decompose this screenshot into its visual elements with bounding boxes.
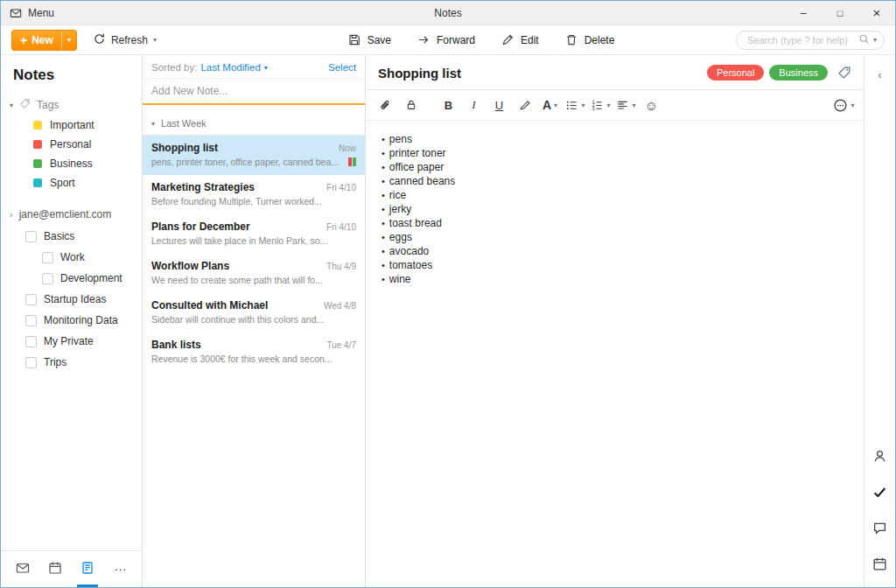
- sidebar-tag-item[interactable]: Business: [1, 154, 142, 173]
- refresh-button[interactable]: Refresh ▾: [93, 32, 157, 48]
- tags-section-header[interactable]: ▾ Tags: [1, 94, 142, 116]
- folder-list: Basics Work Development Startup: [1, 226, 142, 373]
- note-content-line: avocado: [382, 244, 848, 258]
- note-tag-pill[interactable]: Personal: [707, 65, 764, 80]
- new-button[interactable]: + New ▾: [11, 30, 77, 51]
- font-color-icon: A: [542, 98, 551, 112]
- collapse-sidebar-button[interactable]: ‹: [878, 69, 881, 80]
- minimize-button[interactable]: –: [785, 1, 822, 24]
- note-list-item[interactable]: Shopping list Now pens, printer toner, o…: [143, 136, 365, 175]
- font-color-button[interactable]: A ▾: [539, 94, 561, 116]
- sidebar: Notes ▾ Tags Important P: [1, 55, 143, 587]
- italic-button[interactable]: I: [463, 94, 485, 116]
- format-painter-button[interactable]: [514, 94, 536, 116]
- align-button[interactable]: ▾: [615, 94, 637, 116]
- note-list-item[interactable]: Consulted with Michael Wed 4/8 Sidebar w…: [143, 293, 365, 332]
- folder-checkbox[interactable]: [25, 294, 37, 305]
- note-list-item[interactable]: Bank lists Tue 4/7 Revenue is 3000€ for …: [143, 332, 365, 372]
- maximize-button[interactable]: □: [822, 1, 858, 24]
- new-dropdown-caret[interactable]: ▾: [62, 31, 76, 50]
- note-tag-pill[interactable]: Business: [769, 65, 828, 80]
- folder-checkbox[interactable]: [25, 231, 37, 242]
- note-content-line: printer toner: [382, 146, 848, 160]
- note-title: Plans for December: [151, 220, 321, 233]
- tags-list: Important Personal Business Spor: [1, 116, 142, 192]
- folder-checkbox[interactable]: [42, 273, 53, 284]
- folder-item[interactable]: Basics: [1, 226, 142, 247]
- add-new-note-input[interactable]: Add New Note...: [143, 78, 365, 105]
- underline-button[interactable]: U: [488, 94, 510, 116]
- attach-button[interactable]: [374, 94, 396, 116]
- folder-item[interactable]: Trips: [1, 352, 142, 373]
- more-options-button[interactable]: ▾: [833, 94, 855, 116]
- agenda-button[interactable]: [872, 556, 887, 575]
- dock-notes-button[interactable]: [74, 551, 101, 587]
- save-button[interactable]: Save: [348, 33, 391, 46]
- lock-button[interactable]: [400, 94, 422, 116]
- folder-item[interactable]: My Private: [1, 331, 142, 352]
- folder-checkbox[interactable]: [25, 336, 37, 347]
- folder-checkbox[interactable]: [25, 357, 37, 368]
- sort-dropdown[interactable]: Last Modified ▾: [200, 62, 267, 73]
- bold-button[interactable]: B: [438, 94, 459, 116]
- note-tag-bar: [353, 354, 356, 363]
- note-content-text: canned beans: [389, 174, 455, 188]
- select-link[interactable]: Select: [328, 62, 356, 73]
- dock-mail-button[interactable]: [10, 551, 36, 587]
- account-item[interactable]: › jane@emclient.com: [1, 203, 142, 226]
- tag-color-swatch: [33, 140, 42, 149]
- edit-button[interactable]: Edit: [501, 33, 539, 46]
- note-date: Now: [339, 144, 356, 153]
- folder-item[interactable]: Work: [1, 247, 142, 268]
- chevron-down-icon[interactable]: ▾: [873, 36, 877, 44]
- bullet-list-button[interactable]: ▾: [564, 94, 586, 116]
- note-tag-indicators: [348, 158, 356, 166]
- folder-item[interactable]: Startup Ideas: [1, 289, 142, 310]
- note-tag-indicators: [348, 315, 356, 324]
- tasks-button[interactable]: [872, 485, 887, 503]
- contacts-button[interactable]: [872, 449, 887, 467]
- folder-item[interactable]: Development: [1, 268, 142, 289]
- folder-label: Monitoring Data: [44, 314, 118, 326]
- new-button-label: New: [32, 34, 53, 46]
- tags-label: Tags: [37, 99, 59, 111]
- search-icon[interactable]: [858, 32, 870, 48]
- close-button[interactable]: ×: [858, 1, 895, 24]
- note-list-item[interactable]: Workflow Plans Thu 4/9 We need to create…: [143, 254, 365, 293]
- list-group-header[interactable]: ▾ Last Week: [143, 118, 365, 136]
- sidebar-tag-item[interactable]: Sport: [1, 173, 142, 192]
- add-tag-button[interactable]: [837, 66, 851, 80]
- note-list-item[interactable]: Plans for December Fri 4/10 Lectures wil…: [143, 214, 365, 254]
- chevron-down-icon: ▾: [151, 120, 155, 128]
- menu-button[interactable]: Menu: [1, 7, 54, 19]
- note-date: Thu 4/9: [326, 262, 356, 271]
- chat-button[interactable]: [872, 521, 887, 539]
- dock-calendar-button[interactable]: [42, 551, 68, 587]
- note-content[interactable]: pens printer toner office paper canned b…: [366, 121, 864, 587]
- delete-button[interactable]: Delete: [565, 33, 615, 46]
- note-title: Shopping list: [151, 142, 333, 154]
- note-content-line: rice: [382, 188, 848, 202]
- lock-icon: [405, 99, 417, 111]
- brush-icon: [519, 99, 531, 111]
- forward-button[interactable]: Forward: [417, 33, 475, 46]
- bullet-list-icon: [565, 99, 578, 112]
- note-tag-indicators: [348, 276, 356, 284]
- note-list-item[interactable]: Marketing Strategies Fri 4/10 Before fou…: [143, 175, 365, 214]
- trash-icon: [565, 33, 578, 46]
- note-preview: Sidebar will continue with this colors a…: [151, 314, 345, 325]
- note-content-text: jerky: [389, 202, 411, 216]
- folder-checkbox[interactable]: [25, 315, 37, 326]
- note-content-line: wine: [382, 272, 848, 286]
- emoji-button[interactable]: ☺: [640, 94, 662, 116]
- numbered-list-button[interactable]: 123 ▾: [590, 94, 612, 116]
- dock-more-button[interactable]: …: [107, 551, 133, 587]
- note-preview: We need to create some path that will fo…: [151, 275, 345, 285]
- folder-checkbox[interactable]: [42, 252, 53, 263]
- folder-item[interactable]: Monitoring Data: [1, 310, 142, 331]
- sidebar-tag-item[interactable]: Important: [1, 116, 142, 135]
- note-content-line: jerky: [382, 202, 848, 216]
- sidebar-tag-item[interactable]: Personal: [1, 135, 142, 154]
- tag-icon: [19, 98, 31, 112]
- chevron-down-icon: ▾: [10, 102, 13, 109]
